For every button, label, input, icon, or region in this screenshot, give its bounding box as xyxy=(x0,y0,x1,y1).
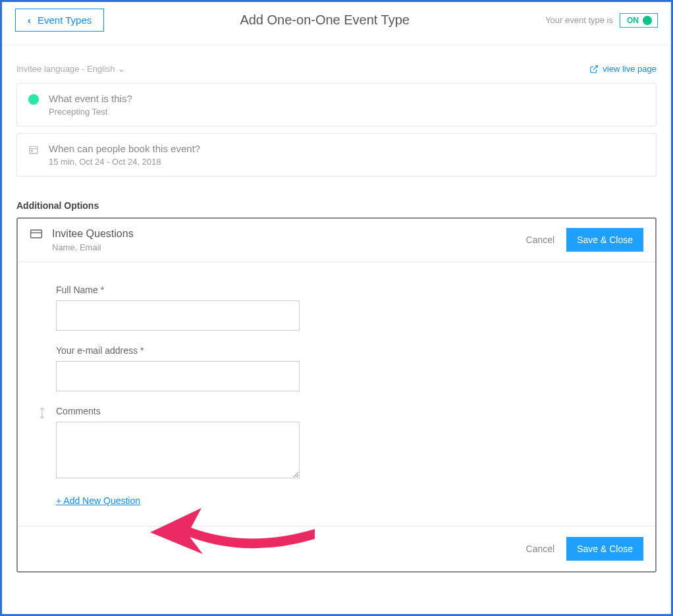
comments-textarea[interactable] xyxy=(56,422,300,478)
back-button[interactable]: ‹ Event Types xyxy=(15,9,104,32)
panel-subtitle: Name, Email xyxy=(52,242,134,252)
cancel-button-bottom[interactable]: Cancel xyxy=(526,544,555,554)
field-label-fullname: Full Name * xyxy=(56,285,300,295)
view-live-page-link[interactable]: view live page xyxy=(589,64,657,74)
status-text: Your event type is xyxy=(545,15,613,25)
drag-handle-icon[interactable] xyxy=(38,406,47,419)
card-when-book[interactable]: When can people book this event? 15 min,… xyxy=(16,133,657,177)
email-input[interactable] xyxy=(56,361,300,391)
section-label: Additional Options xyxy=(2,183,671,217)
event-toggle[interactable]: ON xyxy=(620,13,658,28)
chevron-down-icon: ⌄ xyxy=(118,64,125,74)
card-title: What event is this? xyxy=(49,93,132,104)
fullname-input[interactable] xyxy=(56,300,300,331)
field-label-email: Your e-mail address * xyxy=(56,345,300,356)
language-label: Invitee language - English xyxy=(16,64,115,74)
add-new-question-link[interactable]: + Add New Question xyxy=(56,495,643,506)
svg-line-0 xyxy=(593,65,597,69)
save-close-button[interactable]: Save & Close xyxy=(566,228,643,252)
live-link-label: view live page xyxy=(603,64,657,74)
form-icon xyxy=(30,228,43,240)
panel-title: Invitee Questions xyxy=(52,228,134,240)
card-what-event[interactable]: What event is this? Precepting Test xyxy=(16,83,657,126)
card-subtitle: Precepting Test xyxy=(49,107,132,117)
calendar-icon xyxy=(28,144,39,155)
toggle-dot-icon xyxy=(643,16,652,25)
toggle-label: ON xyxy=(627,16,639,25)
svg-rect-1 xyxy=(30,146,38,154)
page-title: Add One-on-One Event Type xyxy=(104,13,545,28)
svg-point-3 xyxy=(31,150,32,152)
language-selector[interactable]: Invitee language - English ⌄ xyxy=(16,64,125,74)
cancel-button[interactable]: Cancel xyxy=(526,235,555,245)
field-label-comments: Comments xyxy=(56,406,300,416)
external-link-icon xyxy=(589,65,599,74)
save-close-button-bottom[interactable]: Save & Close xyxy=(566,537,643,561)
chevron-left-icon: ‹ xyxy=(28,14,31,26)
back-button-label: Event Types xyxy=(38,14,92,26)
svg-rect-4 xyxy=(31,230,42,238)
invitee-questions-panel: Invitee Questions Name, Email Cancel Sav… xyxy=(16,217,657,573)
card-subtitle: 15 min, Oct 24 - Oct 24, 2018 xyxy=(49,157,200,167)
card-title: When can people book this event? xyxy=(49,143,200,154)
event-color-icon xyxy=(28,94,39,105)
